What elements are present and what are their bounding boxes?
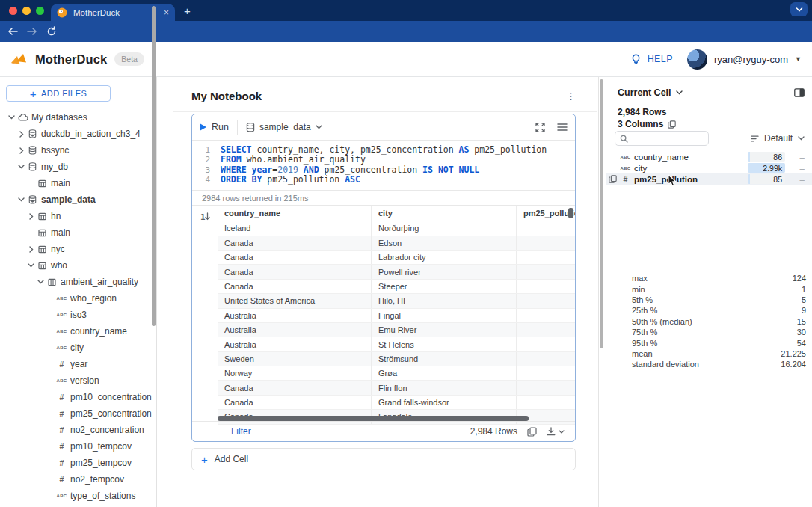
help-button[interactable]: HELP <box>648 54 673 64</box>
table-row[interactable]: CanadaGrand falls-windsor <box>218 396 575 410</box>
chrome-profile-chevron-icon[interactable] <box>790 2 808 16</box>
code-line[interactable]: 2FROM who.ambient_air_quality <box>192 155 575 165</box>
tree-item-duckdb_in_action_ch3_4[interactable]: duckdb_in_action_ch3_4 <box>0 126 150 142</box>
minimize-window-button[interactable] <box>22 7 31 15</box>
chevron-down-icon[interactable] <box>25 263 37 268</box>
chevron-right-icon[interactable] <box>16 131 27 138</box>
results-table[interactable]: country_namecitypm25_pollution IcelandNo… <box>218 206 575 425</box>
tree-item-My databases[interactable]: My databases <box>0 109 150 126</box>
new-tab-button[interactable]: + <box>184 5 191 16</box>
add-cell-button[interactable]: + Add Cell <box>191 448 576 470</box>
user-avatar[interactable] <box>687 49 707 70</box>
table-row[interactable]: AustraliaEmu River <box>218 323 575 337</box>
tree-item-ambient_air_quality[interactable]: ambient_air_quality <box>0 274 150 290</box>
back-icon[interactable] <box>3 27 22 36</box>
forward-icon[interactable] <box>22 27 42 36</box>
table-row[interactable]: SwedenStrömsund <box>218 352 575 366</box>
copy-results-icon[interactable] <box>527 427 537 437</box>
tree-item-who[interactable]: who <box>0 257 150 274</box>
chevron-right-icon[interactable] <box>16 147 27 154</box>
table-cell: Emu River <box>372 323 517 337</box>
tree-item-pm25_concentration[interactable]: #pm25_concentration <box>0 405 150 422</box>
tree-item-no2_tempcov[interactable]: #no2_tempcov <box>0 471 150 488</box>
download-icon[interactable] <box>547 427 556 436</box>
tree-item-year[interactable]: #year <box>0 356 150 372</box>
chevron-down-icon[interactable] <box>16 165 27 169</box>
tab-close-icon[interactable]: × <box>164 7 169 18</box>
code-line[interactable]: 4ORDER BY pm25_pollution ASC <box>192 175 575 185</box>
tree-item-who_region[interactable]: ABCwho_region <box>0 290 150 307</box>
tree-item-pm25_tempcov[interactable]: #pm25_tempcov <box>0 455 150 471</box>
tree-item-nyc[interactable]: nyc <box>0 241 150 257</box>
code-line[interactable]: 1SELECT country_name, city, pm25_concent… <box>192 145 575 155</box>
tree-item-iso3[interactable]: ABCiso3 <box>0 307 150 323</box>
traffic-lights[interactable] <box>9 7 44 15</box>
panel-column-city[interactable]: ABCcity2.99k– <box>606 162 812 173</box>
table-row[interactable]: NorwayGrøa <box>218 366 575 381</box>
chevron-down-icon[interactable] <box>6 115 17 120</box>
column-header-city[interactable]: city <box>372 206 517 221</box>
database-selector[interactable]: sample_data <box>246 122 322 132</box>
column-search-input[interactable] <box>632 134 699 143</box>
panel-column-country_name[interactable]: ABCcountry_name86– <box>606 151 812 162</box>
chevron-right-icon[interactable] <box>25 246 37 253</box>
tree-item-sample_data[interactable]: sample_data <box>0 191 150 208</box>
chevron-down-icon[interactable] <box>35 280 46 284</box>
sort-selector[interactable]: Default <box>751 133 805 144</box>
expand-cell-icon[interactable] <box>535 123 545 132</box>
code-line[interactable]: 3WHERE year=2019 AND pm25_concentration … <box>192 165 575 175</box>
notebook-menu-kebab-icon[interactable]: ⋮ <box>566 90 576 102</box>
browser-tab[interactable]: MotherDuck × <box>51 4 175 21</box>
column-header-pm25_pollution[interactable]: pm25_pollution <box>517 206 575 221</box>
table-row[interactable]: AustraliaFingal <box>218 309 575 323</box>
zoom-window-button[interactable] <box>36 7 44 15</box>
table-vertical-scrollbar[interactable] <box>568 208 573 218</box>
results-table-body: IcelandNorðurþingCanadaEdsonCanadaLabrad… <box>218 221 575 425</box>
table-horizontal-scrollbar[interactable] <box>218 416 529 421</box>
stat-value: 124 <box>793 274 806 283</box>
tree-item-version[interactable]: ABCversion <box>0 372 150 389</box>
scope-selector[interactable]: Current Cell <box>618 87 683 98</box>
table-row[interactable]: IcelandNorðurþing <box>218 221 575 236</box>
table-row[interactable]: CanadaFlin flon <box>218 381 575 395</box>
table-row[interactable]: AustraliaSt Helens <box>218 337 575 351</box>
table-row[interactable]: CanadaLabrador city <box>218 251 575 265</box>
chevron-down-icon[interactable] <box>16 197 27 202</box>
filter-button[interactable]: Filter <box>231 426 251 437</box>
add-files-button[interactable]: + ADD FILES <box>6 85 111 102</box>
user-menu-chevron-icon[interactable]: ▼ <box>795 55 802 63</box>
run-button[interactable]: Run <box>200 122 229 132</box>
tree-item-pm10_tempcov[interactable]: #pm10_tempcov <box>0 438 150 455</box>
reload-icon[interactable] <box>42 26 61 37</box>
column-search[interactable] <box>615 131 709 146</box>
tree-item-pm10_concentration[interactable]: #pm10_concentration <box>0 389 150 405</box>
panel-column-pm25_pollution[interactable]: #pm25_pollution85– <box>606 173 812 185</box>
tree-item-country_name[interactable]: ABCcountry_name <box>0 323 150 339</box>
tree-item-hssync[interactable]: hssync <box>0 142 150 159</box>
tree-item-type_of_stations[interactable]: ABCtype_of_stations <box>0 488 150 504</box>
tree-item-city[interactable]: ABCcity <box>0 339 150 356</box>
collapse-panel-icon[interactable] <box>794 88 805 97</box>
copy-column-icon[interactable] <box>609 175 618 183</box>
user-email[interactable]: ryan@ryguy-com <box>714 54 788 65</box>
column-header-country_name[interactable]: country_name <box>218 206 372 221</box>
table-row[interactable]: CanadaPowell river <box>218 265 575 279</box>
row-index-sort-icon[interactable]: 1 <box>192 206 218 425</box>
table-row[interactable]: United States of AmericaHilo, HI <box>218 294 575 308</box>
download-options-chevron-icon[interactable] <box>559 430 565 434</box>
copy-columns-icon[interactable] <box>668 120 676 129</box>
sidebar-scrollbar[interactable] <box>152 6 156 326</box>
close-window-button[interactable] <box>9 7 17 15</box>
tree-item-hn[interactable]: hn <box>0 208 150 224</box>
tree-item-my_db[interactable]: my_db <box>0 159 150 175</box>
cell-menu-icon[interactable] <box>557 123 568 131</box>
tree-item-main[interactable]: main <box>0 175 150 191</box>
table-row[interactable]: CanadaSteeper <box>218 280 575 294</box>
main-scrollbar[interactable] <box>600 79 603 348</box>
tree-item-no2_concentration[interactable]: #no2_concentration <box>0 422 150 438</box>
sql-editor[interactable]: 1SELECT country_name, city, pm25_concent… <box>192 141 575 190</box>
stat-label: 95th % <box>632 339 657 348</box>
tree-item-main[interactable]: main <box>0 224 150 241</box>
chevron-right-icon[interactable] <box>25 213 37 220</box>
table-row[interactable]: CanadaEdson <box>218 236 575 251</box>
